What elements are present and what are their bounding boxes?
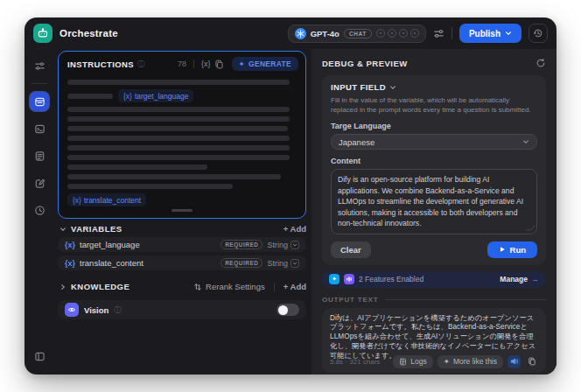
instructions-title: INSTRUCTIONS [67,60,134,69]
variable-type-select[interactable]: String [267,241,299,249]
vision-eye-icon [65,303,79,317]
collapse-sidebar-icon[interactable] [30,346,49,366]
header-divider [452,27,452,39]
nav-orchestrate-icon[interactable] [30,92,49,111]
nav-annotation-icon[interactable] [30,173,49,192]
variable-token[interactable]: {x}target_language [118,89,193,102]
info-icon: ⓘ [137,60,144,69]
add-knowledge-button[interactable]: + Add [284,282,306,291]
required-badge: REQUIRED [220,240,262,249]
chevron-down-icon[interactable] [60,226,66,233]
model-name: GPT-4o [311,29,340,38]
content-label: Content [331,157,537,165]
prompt-text-area[interactable]: {x}target_language {x}translate_content [59,74,305,214]
char-count: 78 [178,60,186,68]
redacted-text-line [67,94,113,99]
var-label: translate_content [84,196,141,205]
version-history-button[interactable] [528,24,548,43]
redacted-text-line [67,116,290,122]
model-selector[interactable]: GPT-4o CHAT [288,24,426,43]
manage-features-link[interactable]: Manage → [500,275,539,284]
variable-row[interactable]: {x} translate_content REQUIRED String [58,256,306,270]
text-to-speech-button[interactable] [508,355,521,368]
vision-row[interactable]: Vision ⓘ [58,300,306,319]
variable-row[interactable]: {x} target_language REQUIRED String [58,237,306,252]
var-prefix: {x} [65,259,75,268]
more-like-this-button[interactable]: ✦ More like this [438,355,503,368]
redacted-text-line [67,164,207,170]
var-prefix: {x} [65,241,75,249]
content-value: Dify is an open-source platform for buil… [338,174,530,228]
variable-name: target_language [80,240,140,249]
output-card: Difyは、AIアプリケーションを構築するためのオープンソースプラットフォームで… [322,308,546,373]
logs-button[interactable]: Logs [393,355,432,368]
var-prefix: {x} [123,92,132,101]
variables-title: VARIABLES [71,224,122,234]
clear-button[interactable]: Clear [331,242,371,258]
generate-button[interactable]: ✦ GENERATE [232,57,298,71]
rerank-settings-button[interactable]: Rerank Settings [193,282,265,291]
variable-token[interactable]: {x}translate_content [67,193,146,206]
copy-output-button[interactable] [525,355,538,368]
play-icon [499,246,506,253]
variable-type-select[interactable]: String [267,259,299,268]
nav-logs-icon[interactable] [30,146,49,165]
output-header: OUTPUT TEXT [322,296,546,304]
output-footer: 5.8s · 321 chars Logs ✦ More like this [330,355,538,368]
chevron-right-icon[interactable] [60,284,66,290]
arrow-right-icon: → [531,275,539,284]
instructions-editor[interactable]: INSTRUCTIONS ⓘ 78 {x} ✦ GENERATE [58,51,306,219]
redacted-text-line [67,174,281,179]
header-divider [193,60,194,68]
redacted-text-line [67,145,290,150]
insert-variable-icon[interactable]: {x} [201,60,211,68]
model-capability-icons [376,29,419,38]
redacted-text-line [67,107,290,112]
features-count-text: 2 Features Enabled [359,275,424,284]
add-variable-button[interactable]: + Add [284,224,306,234]
refresh-icon[interactable] [536,58,546,68]
instructions-header: INSTRUCTIONS ⓘ 78 {x} ✦ GENERATE [59,52,305,74]
target-language-select[interactable]: Japanese [331,134,537,150]
redacted-text-line [67,136,290,141]
target-language-value: Japanese [339,137,374,147]
generate-label: GENERATE [248,60,291,68]
logs-label: Logs [410,357,426,366]
run-button[interactable]: Run [487,242,537,258]
model-mode-badge: CHAT [344,29,372,38]
chevron-down-icon [505,30,512,37]
input-field-collapse[interactable]: INPUT FIELD [331,82,537,92]
resize-handle[interactable] [172,209,192,212]
model-params-sliders-icon[interactable] [433,28,444,39]
sparkle-icon: ✦ [239,60,245,68]
divider [274,283,275,291]
nav-terminal-icon[interactable] [30,119,49,138]
manage-label: Manage [500,275,528,284]
input-field-description: Fill in the value of the variable, which… [331,95,537,115]
type-label: String [267,241,288,249]
app-logo-robot-icon[interactable] [33,24,52,43]
app-window: Orchestrate GPT-4o CHAT [24,18,556,374]
actions-row: Clear Run [331,242,537,258]
logs-icon [399,358,407,366]
run-label: Run [510,245,526,255]
publish-button[interactable]: Publish [459,24,522,43]
debug-title: DEBUG & PREVIEW [322,59,408,68]
knowledge-header: KNOWLEDGE Rerank Settings + Add [60,282,306,291]
page-title: Orchestrate [60,28,118,38]
content-textarea[interactable]: Dify is an open-source platform for buil… [331,169,537,234]
features-enabled-bar[interactable]: ✦ 2 Features Enabled Manage → [322,271,546,288]
copy-icon[interactable] [214,60,224,69]
vision-toggle[interactable] [276,304,299,316]
nav-sliders-icon[interactable] [30,56,49,75]
nav-history-icon[interactable] [30,200,49,220]
input-field-title: INPUT FIELD [331,82,386,92]
left-nav-rail [24,49,54,374]
output-title: OUTPUT TEXT [322,296,378,304]
publish-label: Publish [469,29,500,38]
redacted-text-line [67,126,288,131]
orchestrate-panel: INSTRUCTIONS ⓘ 78 {x} ✦ GENERATE [54,49,312,374]
more-like-this-label: More like this [453,357,497,366]
info-icon: ⓘ [114,305,121,315]
capability-icon [388,29,396,38]
